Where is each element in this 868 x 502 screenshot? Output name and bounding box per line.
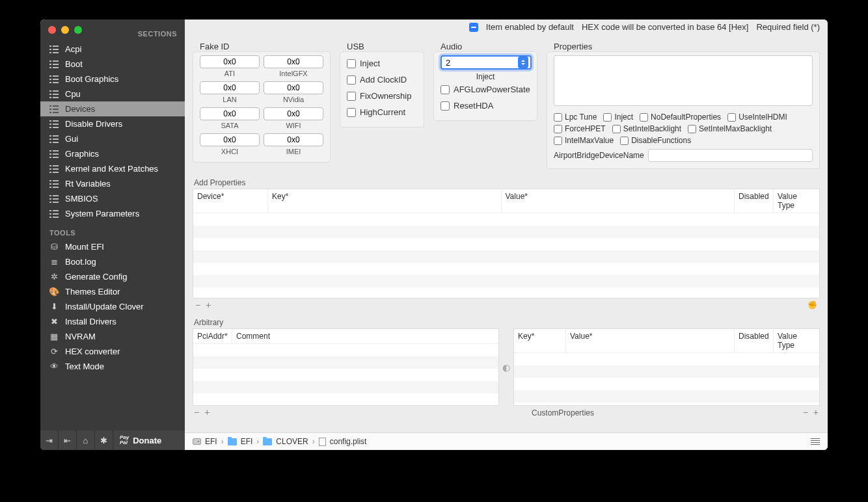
tool-themes-editor[interactable]: 🎨Themes Editor <box>40 284 185 299</box>
usb-inject-checkbox[interactable] <box>347 59 356 68</box>
arbitrary-title: Arbitrary <box>185 318 828 327</box>
th-arb-value[interactable]: Value* <box>566 329 735 352</box>
remove-row-button[interactable]: − <box>195 300 200 310</box>
prop-setintelmaxbacklight-checkbox[interactable] <box>688 125 696 133</box>
tool-label: Mount EFI <box>65 242 104 252</box>
th-value[interactable]: Value* <box>502 189 735 213</box>
item-enabled-toggle[interactable] <box>469 23 478 32</box>
tool-mount-efi[interactable]: ⛁Mount EFI <box>40 239 185 254</box>
tool-install-update-clover[interactable]: ⬇Install/Update Clover <box>40 299 185 314</box>
prop-forcehpet-checkbox[interactable] <box>554 125 562 133</box>
tool-install-drivers[interactable]: ✖Install Drivers <box>40 314 185 329</box>
sidebar-item-kernel-kext[interactable]: Kernel and Kext Patches <box>40 161 185 176</box>
arb-right-add-button[interactable]: + <box>813 407 819 417</box>
fakeid-nvidia-input[interactable] <box>264 81 323 94</box>
usb-fixownership-checkbox[interactable] <box>347 92 356 101</box>
usb-addclockid-checkbox[interactable] <box>347 75 356 85</box>
svg-rect-52 <box>49 172 51 173</box>
menu-icon[interactable] <box>811 438 820 445</box>
bc-clover-folder[interactable]: CLOVER <box>276 437 308 446</box>
tool-nvram[interactable]: ▦NVRAM <box>40 329 185 344</box>
usb-highcurrent-checkbox[interactable] <box>347 108 356 117</box>
sidebar-item-disable-drivers[interactable]: Disable Drivers <box>40 116 185 131</box>
bc-config-file[interactable]: config.plist <box>330 437 367 446</box>
import-button[interactable]: ⇥ <box>40 430 59 450</box>
th-disabled[interactable]: Disabled <box>735 189 774 213</box>
audio-inject-label: Inject <box>441 72 530 81</box>
sidebar-item-boot[interactable]: Boot <box>40 57 185 72</box>
addproperties-table: Device* Key* Value* Disabled Value Type <box>193 189 820 298</box>
sidebar-item-rt-variables[interactable]: Rt Variables <box>40 176 185 191</box>
prop-nodefault-label: NoDefaultProperties <box>651 112 721 122</box>
list-icon <box>49 120 59 129</box>
prop-inject-checkbox[interactable] <box>603 113 612 122</box>
sidebar-item-devices[interactable]: Devices <box>40 101 185 116</box>
th-valuetype[interactable]: Value Type <box>774 189 819 213</box>
prop-setintelbacklight-checkbox[interactable] <box>612 125 621 133</box>
topbar: Item enabled by default HEX code will be… <box>185 20 828 34</box>
home-button[interactable]: ⌂ <box>77 430 95 450</box>
bc-efi-folder[interactable]: EFI <box>241 437 253 446</box>
svg-rect-28 <box>49 112 51 113</box>
airport-input[interactable] <box>648 149 813 162</box>
add-row-button[interactable]: + <box>206 300 211 310</box>
prop-intelmaxvalue-checkbox[interactable] <box>554 137 562 145</box>
fakeid-xhci-input[interactable] <box>200 133 260 146</box>
fakeid-wifi-input[interactable] <box>264 107 323 120</box>
prop-lpctune-checkbox[interactable] <box>554 113 562 122</box>
svg-rect-68 <box>49 213 51 215</box>
prop-nodefault-checkbox[interactable] <box>640 113 648 122</box>
audio-inject-select[interactable]: 2 <box>441 55 532 70</box>
tool-hex-converter[interactable]: ⟳HEX converter <box>40 344 185 359</box>
svg-rect-4 <box>49 52 51 53</box>
th-arb-key[interactable]: Key* <box>514 329 566 352</box>
prop-intelmaxvalue-label: IntelMaxValue <box>565 136 614 145</box>
sidebar-item-cpu[interactable]: Cpu <box>40 86 185 101</box>
prop-disablefunctions-checkbox[interactable] <box>620 137 629 145</box>
sidebar-item-label: Gui <box>65 134 78 144</box>
sidebar-item-gui[interactable]: Gui <box>40 131 185 146</box>
sidebar-item-graphics[interactable]: Graphics <box>40 146 185 161</box>
sections-header: SECTIONS <box>40 30 185 42</box>
arbitrary-left-body[interactable] <box>193 344 498 396</box>
sidebar-item-smbios[interactable]: SMBIOS <box>40 191 185 206</box>
audio-afglowpower-checkbox[interactable] <box>441 85 450 94</box>
tool-label: Install Drivers <box>65 317 116 326</box>
tool-text-mode[interactable]: 👁Text Mode <box>40 359 185 374</box>
fakeid-lan-input[interactable] <box>200 81 260 94</box>
th-arb-disabled[interactable]: Disabled <box>735 329 774 352</box>
arbitrary-right-body[interactable] <box>514 353 819 405</box>
donate-button[interactable]: PayPalDonate <box>113 435 168 445</box>
gear-icon: ✲ <box>49 272 59 282</box>
svg-rect-40 <box>49 142 51 143</box>
arbitrary-tables: PciAddr* Comment ◐ Key* Value* Disabled … <box>193 328 820 406</box>
audio-resethda-checkbox[interactable] <box>441 101 450 111</box>
th-arb-valuetype[interactable]: Value Type <box>774 329 819 352</box>
fakeid-imei-input[interactable] <box>264 133 323 146</box>
sidebar-item-acpi[interactable]: Acpi <box>40 42 185 57</box>
fakeid-intelgfx-input[interactable] <box>264 55 323 68</box>
th-key[interactable]: Key* <box>268 189 502 213</box>
addproperties-body[interactable] <box>193 213 819 298</box>
fakeid-ati-input[interactable] <box>200 55 260 68</box>
bc-efi-drive[interactable]: EFI <box>205 437 217 446</box>
fakeid-sata-input[interactable] <box>200 107 260 120</box>
tool-bootlog[interactable]: ≣Boot.log <box>40 254 185 269</box>
arb-left-remove-button[interactable]: − <box>194 407 199 417</box>
sidebar-item-boot-graphics[interactable]: Boot Graphics <box>40 72 185 86</box>
usb-fixownership-label: FixOwnership <box>360 91 411 101</box>
svg-rect-50 <box>49 168 51 170</box>
tool-generate-config[interactable]: ✲Generate Config <box>40 269 185 284</box>
sidebar-item-system-parameters[interactable]: System Parameters <box>40 206 185 221</box>
properties-textarea[interactable] <box>554 55 813 106</box>
prop-useintelhdmi-checkbox[interactable] <box>727 113 736 122</box>
share-button[interactable]: ✱ <box>95 430 113 450</box>
th-device[interactable]: Device* <box>193 189 268 213</box>
th-comment[interactable]: Comment <box>232 329 498 343</box>
arb-left-add-button[interactable]: + <box>204 407 210 417</box>
grab-handle-icon[interactable]: ✊ <box>807 300 817 310</box>
export-button[interactable]: ⇤ <box>59 430 77 450</box>
arb-right-remove-button[interactable]: − <box>803 407 808 417</box>
th-pciaddr[interactable]: PciAddr* <box>193 329 232 343</box>
svg-rect-2 <box>49 49 51 50</box>
